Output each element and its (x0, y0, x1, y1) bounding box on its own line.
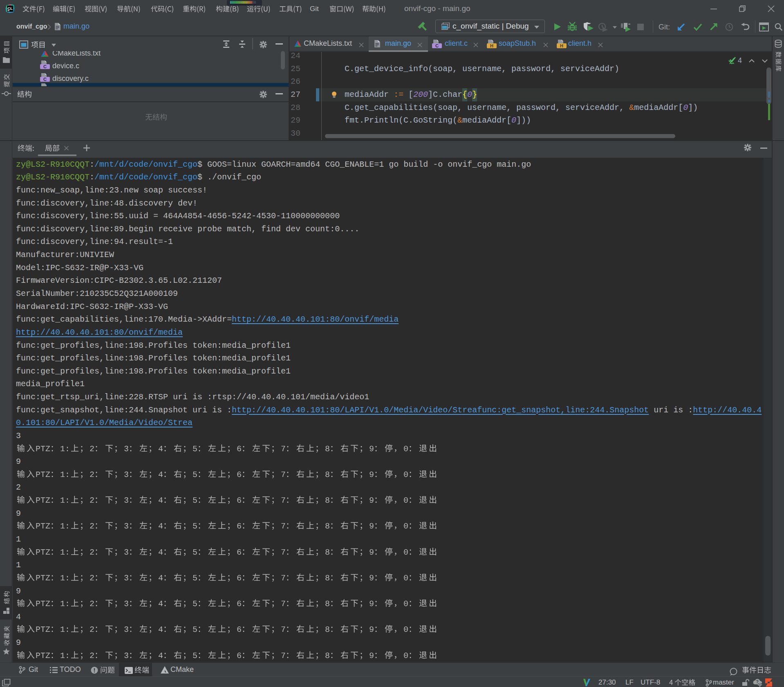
svg-text:C: C (43, 77, 47, 82)
svg-text:H: H (490, 43, 493, 48)
svg-text:?: ? (756, 679, 759, 684)
svg-text:C: C (43, 64, 47, 69)
svg-text:CL: CL (7, 6, 13, 11)
svg-text:C: C (435, 43, 439, 48)
svg-text:H: H (560, 43, 563, 48)
